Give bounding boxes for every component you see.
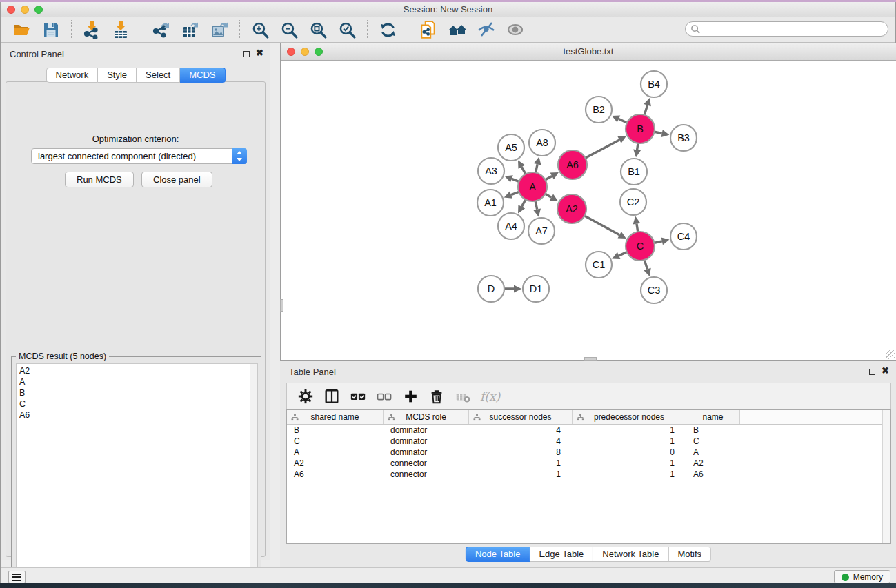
show-all-button[interactable] bbox=[504, 19, 527, 40]
status-menu-button[interactable] bbox=[8, 571, 26, 584]
network-window-title: testGlobe.txt bbox=[281, 43, 896, 60]
deselect-all-button[interactable] bbox=[373, 386, 395, 407]
table-cell[interactable]: 1 bbox=[469, 458, 573, 469]
minimize-window-button[interactable] bbox=[21, 6, 29, 14]
select-all-button[interactable] bbox=[347, 386, 369, 407]
delete-column-button[interactable] bbox=[426, 386, 448, 407]
table-cell[interactable]: A2 bbox=[287, 458, 384, 469]
table-cell[interactable]: A2 bbox=[686, 458, 740, 469]
zoom-fit-button[interactable] bbox=[306, 19, 330, 40]
table-cell[interactable]: connector bbox=[384, 469, 469, 480]
table-tab-motifs[interactable]: Motifs bbox=[668, 547, 711, 562]
table-cell[interactable]: 1 bbox=[573, 425, 686, 436]
close-window-button[interactable] bbox=[7, 6, 15, 14]
mcds-result-list[interactable]: A2ABCA6 bbox=[16, 363, 258, 587]
zoom-selected-button[interactable] bbox=[335, 19, 359, 40]
table-row[interactable]: A2connector11A2 bbox=[287, 458, 890, 469]
node-table[interactable]: shared nameMCDS rolesuccessor nodesprede… bbox=[286, 409, 891, 544]
open-session-button[interactable] bbox=[10, 19, 34, 40]
edge-arrowhead-icon bbox=[661, 238, 670, 245]
table-cell[interactable]: 0 bbox=[573, 447, 686, 458]
minimize-network-window-button[interactable] bbox=[301, 48, 309, 56]
table-cell[interactable]: C bbox=[287, 436, 384, 447]
table-settings-button[interactable] bbox=[295, 386, 317, 407]
table-cell[interactable]: B bbox=[287, 425, 384, 436]
hide-selected-button[interactable] bbox=[475, 19, 498, 40]
table-cell[interactable]: connector bbox=[384, 458, 469, 469]
close-panel-button[interactable]: Close panel bbox=[141, 172, 212, 187]
table-cell[interactable]: 8 bbox=[469, 447, 573, 458]
mcds-result-item[interactable]: A bbox=[19, 376, 257, 387]
control-tab-style[interactable]: Style bbox=[98, 68, 137, 83]
zoom-in-button[interactable] bbox=[248, 19, 272, 40]
resize-grip-icon[interactable] bbox=[886, 350, 895, 359]
home-button[interactable] bbox=[446, 19, 469, 40]
import-network-button[interactable] bbox=[80, 19, 103, 40]
table-cell[interactable]: 4 bbox=[469, 436, 573, 447]
refresh-button[interactable] bbox=[376, 19, 399, 40]
network-graph[interactable]: B4B2BB3A5A8A6B1A3AA1C2A2A4A7C4CC1C3DD1 bbox=[281, 61, 896, 360]
mcds-result-item[interactable]: C bbox=[19, 398, 257, 409]
column-header-name[interactable]: name bbox=[686, 410, 740, 424]
add-column-button[interactable] bbox=[399, 386, 421, 407]
zoom-window-button[interactable] bbox=[34, 6, 43, 14]
network-canvas[interactable]: B4B2BB3A5A8A6B1A3AA1C2A2A4A7C4CC1C3DD1 bbox=[281, 61, 896, 360]
table-tab-node-table[interactable]: Node Table bbox=[466, 547, 530, 562]
memory-label: Memory bbox=[853, 572, 883, 582]
table-cell[interactable]: B bbox=[686, 425, 740, 436]
table-cell[interactable]: A6 bbox=[686, 469, 740, 480]
function-builder-button[interactable]: f(x) bbox=[480, 389, 500, 403]
table-cell[interactable]: dominator bbox=[384, 436, 469, 447]
export-network-button[interactable] bbox=[150, 19, 173, 40]
export-image-button[interactable] bbox=[208, 19, 231, 40]
table-cell[interactable]: dominator bbox=[384, 447, 469, 458]
close-panel-icon[interactable]: ✖ bbox=[256, 48, 263, 58]
float-panel-icon[interactable] bbox=[869, 369, 875, 375]
column-header-MCDS-role[interactable]: MCDS role bbox=[384, 410, 469, 424]
column-header-successor-nodes[interactable]: successor nodes bbox=[469, 410, 573, 424]
table-cell[interactable]: A bbox=[686, 447, 740, 458]
duplicate-network-button[interactable] bbox=[417, 19, 440, 40]
result-scrollbar[interactable] bbox=[250, 364, 257, 586]
criterion-dropdown[interactable]: largest connected component (directed) bbox=[31, 148, 247, 164]
search-input[interactable] bbox=[701, 23, 888, 35]
close-panel-icon[interactable]: ✖ bbox=[882, 366, 889, 376]
table-row[interactable]: Cdominator41C bbox=[287, 436, 890, 447]
table-cell[interactable]: 1 bbox=[573, 469, 686, 480]
delete-table-button[interactable] bbox=[452, 386, 474, 407]
table-cell[interactable]: A6 bbox=[287, 469, 384, 480]
mcds-result-item[interactable]: B bbox=[19, 387, 257, 398]
table-cell[interactable]: 1 bbox=[573, 458, 686, 469]
table-row[interactable]: Bdominator41B bbox=[287, 425, 890, 436]
control-tab-mcds[interactable]: MCDS bbox=[180, 68, 225, 83]
float-panel-icon[interactable] bbox=[243, 51, 250, 57]
table-cell[interactable]: A bbox=[287, 447, 384, 458]
table-cell[interactable]: dominator bbox=[384, 425, 469, 436]
table-row[interactable]: A6connector11A6 bbox=[287, 469, 890, 480]
column-header-predecessor-nodes[interactable]: predecessor nodes bbox=[573, 410, 686, 424]
table-cell[interactable]: 1 bbox=[469, 469, 573, 480]
table-scrollbar[interactable] bbox=[882, 410, 890, 543]
run-mcds-button[interactable]: Run MCDS bbox=[65, 172, 134, 187]
search-field[interactable] bbox=[685, 21, 888, 37]
table-tab-network-table[interactable]: Network Table bbox=[593, 547, 668, 562]
split-grip[interactable] bbox=[280, 299, 283, 312]
close-network-window-button[interactable] bbox=[287, 48, 295, 56]
control-tab-network[interactable]: Network bbox=[46, 68, 98, 83]
import-table-button[interactable] bbox=[109, 19, 132, 40]
table-cell[interactable]: C bbox=[686, 436, 740, 447]
export-table-button[interactable] bbox=[179, 19, 202, 40]
table-cell[interactable]: 1 bbox=[573, 436, 686, 447]
table-cell[interactable]: 4 bbox=[469, 425, 573, 436]
mcds-result-item[interactable]: A6 bbox=[19, 409, 257, 420]
column-header-shared-name[interactable]: shared name bbox=[287, 410, 384, 424]
show-columns-button[interactable] bbox=[321, 386, 343, 407]
zoom-network-window-button[interactable] bbox=[315, 48, 323, 56]
table-row[interactable]: Adominator80A bbox=[287, 447, 890, 458]
mcds-result-item[interactable]: A2 bbox=[19, 365, 257, 376]
table-tab-edge-table[interactable]: Edge Table bbox=[530, 547, 593, 562]
control-tab-select[interactable]: Select bbox=[137, 68, 180, 83]
memory-button[interactable]: Memory bbox=[834, 570, 890, 584]
zoom-out-button[interactable] bbox=[277, 19, 301, 40]
save-session-button[interactable] bbox=[39, 19, 63, 40]
